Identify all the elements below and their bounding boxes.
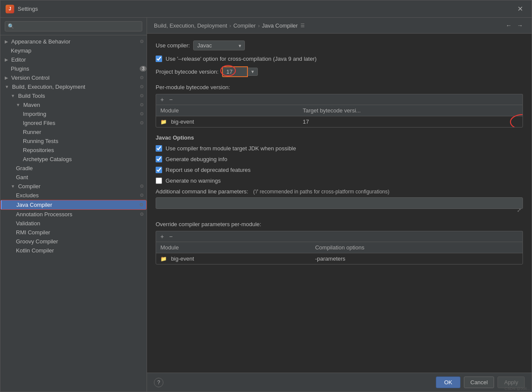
nav-forward-button[interactable]: → xyxy=(515,21,525,30)
cancel-button[interactable]: Cancel xyxy=(464,376,494,388)
sidebar-item-running-tests[interactable]: Running Tests xyxy=(0,137,147,146)
content-area: 🔍 ▶ Appearance & Behavior ⚙ Keymap xyxy=(0,18,532,392)
sidebar: 🔍 ▶ Appearance & Behavior ⚙ Keymap xyxy=(0,18,147,392)
generate-debug-label: Generate debugging info xyxy=(166,156,227,162)
bytecode-label: Project bytecode version: xyxy=(156,68,219,75)
sidebar-item-label: Build Tools xyxy=(18,93,140,99)
override-options-value: -parameters xyxy=(315,255,345,262)
no-warnings-checkbox[interactable] xyxy=(156,177,162,184)
override-toolbar: + − xyxy=(156,231,523,242)
cross-compile-label: Use '--release' option for cross-compila… xyxy=(166,56,316,62)
remove-module-button[interactable]: − xyxy=(167,96,174,103)
generate-debug-checkbox[interactable] xyxy=(156,156,162,162)
additional-params-input[interactable] xyxy=(156,197,523,209)
sidebar-item-label: Excludes xyxy=(16,192,140,199)
sidebar-item-archetype-catalogs[interactable]: Archetype Catalogs xyxy=(0,155,147,164)
additional-params-label: Additional command line parameters: xyxy=(156,188,248,195)
bytecode-input[interactable] xyxy=(222,66,248,77)
override-section: Override compiler parameters per-module: xyxy=(156,221,523,227)
sidebar-item-compiler[interactable]: ▼ Compiler ⚙ xyxy=(0,182,147,191)
ok-button[interactable]: OK xyxy=(436,376,460,388)
sidebar-item-maven[interactable]: ▼ Maven ⚙ xyxy=(0,100,147,109)
remove-override-button[interactable]: − xyxy=(167,233,174,240)
sidebar-item-excludes[interactable]: Excludes ⚙ xyxy=(0,191,147,200)
module-target-jdk-checkbox[interactable] xyxy=(156,145,162,152)
sidebar-item-editor[interactable]: ▶ Editor xyxy=(0,55,147,64)
cross-compile-checkbox[interactable] xyxy=(156,56,162,62)
arrow-icon: ▶ xyxy=(5,39,8,44)
sidebar-item-label: Gradle xyxy=(16,165,147,171)
gear-icon: ⚙ xyxy=(140,102,144,108)
search-input[interactable] xyxy=(5,21,142,31)
settings-tree: ▶ Appearance & Behavior ⚙ Keymap ▶ Edito… xyxy=(0,35,147,392)
plugins-badge: 3 xyxy=(140,66,147,72)
gear-icon: ⚙ xyxy=(140,93,144,99)
sidebar-item-label: Appearance & Behavior xyxy=(11,38,140,45)
per-module-toolbar: + − xyxy=(156,94,523,105)
breadcrumb-sep2: › xyxy=(258,22,260,29)
dialog-title: Settings xyxy=(18,6,38,12)
search-wrapper: 🔍 xyxy=(5,21,142,31)
gear-icon: ⚙ xyxy=(140,120,144,126)
module-name-value: big-event xyxy=(171,118,194,125)
override-module-name: big-event xyxy=(171,255,194,262)
sidebar-item-java-compiler[interactable]: Java Compiler ⚙ xyxy=(0,200,147,210)
sidebar-item-build-tools[interactable]: ▼ Build Tools ⚙ xyxy=(0,91,147,100)
sidebar-item-label: RMI Compiler xyxy=(16,229,147,236)
sidebar-item-rmi-compiler[interactable]: RMI Compiler xyxy=(0,228,147,237)
sidebar-item-groovy-compiler[interactable]: Groovy Compiler xyxy=(0,237,147,246)
sidebar-item-label: Java Compiler xyxy=(16,202,139,208)
nav-back-button[interactable]: ← xyxy=(504,21,513,30)
compiler-select[interactable]: Javac xyxy=(193,40,245,50)
sidebar-item-importing[interactable]: Importing ⚙ xyxy=(0,109,147,118)
main-panel: Build, Execution, Deployment › Compiler … xyxy=(147,18,532,392)
sidebar-item-ignored-files[interactable]: Ignored Files ⚙ xyxy=(0,118,147,128)
additional-params-wrapper: ⤢ xyxy=(156,197,523,215)
gear-icon: ⚙ xyxy=(140,84,144,90)
module-col-header: Module xyxy=(156,105,298,116)
sidebar-item-appearance[interactable]: ▶ Appearance & Behavior ⚙ xyxy=(0,37,147,46)
sidebar-item-label: Runner xyxy=(23,129,147,135)
menu-icon[interactable]: ☰ xyxy=(300,23,305,28)
sidebar-item-label: Kotlin Compiler xyxy=(16,247,147,254)
sidebar-item-build-exec[interactable]: ▼ Build, Execution, Deployment ⚙ xyxy=(0,82,147,91)
svg-point-0 xyxy=(510,115,523,128)
sidebar-item-label: Editor xyxy=(11,56,147,63)
override-label: Override compiler parameters per-module: xyxy=(156,221,261,227)
deprecated-features-row: Report use of deprecated features xyxy=(156,167,523,173)
panel-content: Use compiler: Javac ▼ Use '--release' op… xyxy=(147,34,532,373)
sidebar-item-runner[interactable]: Runner xyxy=(0,128,147,137)
arrow-icon: ▼ xyxy=(5,84,9,89)
apply-button[interactable]: Apply xyxy=(498,376,525,388)
sidebar-item-validation[interactable]: Validation xyxy=(0,219,147,228)
sidebar-item-label: Build, Execution, Deployment xyxy=(12,84,140,90)
sidebar-item-kotlin-compiler[interactable]: Kotlin Compiler xyxy=(0,246,147,255)
sidebar-item-gant[interactable]: Gant xyxy=(0,173,147,182)
close-button[interactable]: ✕ xyxy=(514,3,526,15)
arrow-icon: ▼ xyxy=(11,184,15,189)
sidebar-item-label: Annotation Processors xyxy=(16,211,140,218)
sidebar-item-keymap[interactable]: Keymap xyxy=(0,46,147,55)
expand-icon[interactable]: ⤢ xyxy=(517,207,521,213)
sidebar-item-version-control[interactable]: ▶ Version Control ⚙ xyxy=(0,73,147,82)
gear-icon: ⚙ xyxy=(140,212,144,217)
sidebar-item-label: Repositories xyxy=(23,147,147,153)
bytecode-dropdown-button[interactable]: ▼ xyxy=(248,68,258,76)
use-compiler-row: Use compiler: Javac ▼ xyxy=(156,40,523,50)
help-button[interactable]: ? xyxy=(154,378,163,387)
table-row: 📁 big-event -parameters xyxy=(156,253,523,264)
sidebar-item-gradle[interactable]: Gradle xyxy=(0,164,147,173)
add-module-button[interactable]: + xyxy=(159,96,166,103)
folder-icon: 📁 xyxy=(160,119,167,125)
no-warnings-row: Generate no warnings xyxy=(156,177,523,184)
add-override-button[interactable]: + xyxy=(159,233,166,240)
bottom-bar-left: ? xyxy=(154,378,163,387)
sidebar-item-annotation-processors[interactable]: Annotation Processors ⚙ xyxy=(0,210,147,219)
sidebar-item-repositories[interactable]: Repositories xyxy=(0,146,147,155)
sidebar-item-label: Importing xyxy=(23,111,140,117)
table-row: 📁 big-event 17 xyxy=(156,116,523,128)
arrow-icon: ▶ xyxy=(5,57,8,62)
bottom-bar-right: OK Cancel Apply xyxy=(436,376,525,388)
sidebar-item-plugins[interactable]: Plugins 3 xyxy=(0,64,147,73)
deprecated-features-checkbox[interactable] xyxy=(156,167,162,173)
